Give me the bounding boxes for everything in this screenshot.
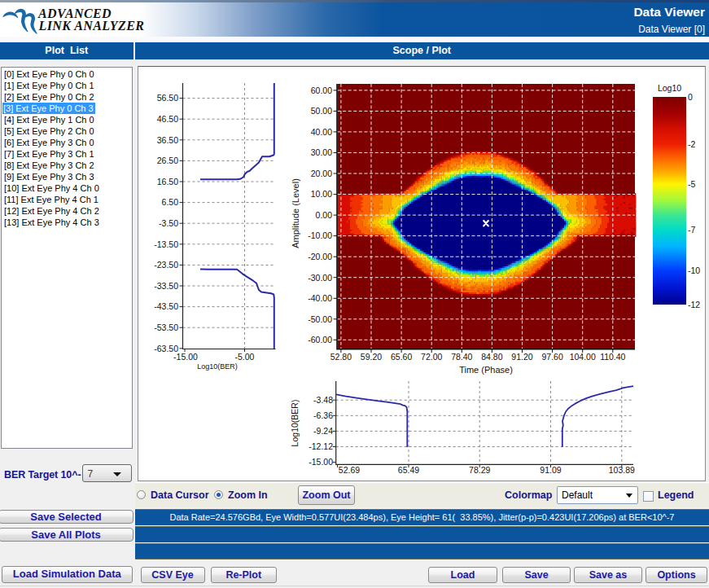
svg-text:Log10(BER): Log10(BER) (290, 400, 300, 447)
svg-text:103.89: 103.89 (609, 465, 635, 475)
svg-text:-13.50: -13.50 (154, 239, 178, 249)
svg-text:46.50: 46.50 (157, 114, 178, 124)
svg-text:-15.00: -15.00 (309, 457, 333, 467)
svg-text:-23.50: -23.50 (154, 260, 178, 270)
svg-text:91.20: 91.20 (511, 352, 532, 362)
svg-text:-3.50: -3.50 (159, 218, 178, 228)
svg-text:59.20: 59.20 (361, 352, 382, 362)
svg-text:20.00: 20.00 (311, 169, 332, 178)
svg-text:-5.00: -5.00 (235, 352, 255, 362)
svg-text:Amplitude (Level): Amplitude (Level) (291, 178, 300, 248)
svg-text:72.00: 72.00 (421, 352, 442, 362)
svg-text:-20.00: -20.00 (308, 252, 332, 261)
svg-text:26.50: 26.50 (157, 156, 178, 165)
svg-text:-60.00: -60.00 (308, 335, 332, 344)
svg-text:97.60: 97.60 (541, 352, 562, 362)
svg-text:65.60: 65.60 (391, 352, 412, 362)
svg-text:40.00: 40.00 (311, 127, 332, 137)
svg-text:78.40: 78.40 (451, 352, 472, 362)
svg-text:-10: -10 (688, 265, 700, 275)
svg-text:60.00: 60.00 (311, 86, 332, 95)
svg-text:84.80: 84.80 (481, 352, 502, 362)
svg-text:-7: -7 (688, 225, 695, 235)
svg-text:65.49: 65.49 (398, 465, 419, 475)
svg-text:Time (Phase): Time (Phase) (459, 365, 513, 375)
svg-text:0.00: 0.00 (316, 210, 333, 220)
svg-text:0: 0 (688, 92, 693, 102)
svg-text:-30.00: -30.00 (308, 273, 332, 283)
svg-text:36.50: 36.50 (157, 135, 178, 145)
svg-text:Log10(BER): Log10(BER) (197, 362, 238, 371)
svg-text:-9.24: -9.24 (313, 426, 333, 436)
svg-text:-12: -12 (688, 300, 700, 309)
svg-text:78.29: 78.29 (469, 465, 490, 475)
svg-text:16.50: 16.50 (157, 177, 178, 186)
svg-text:-33.50: -33.50 (154, 281, 178, 291)
svg-text:-2: -2 (688, 139, 695, 149)
svg-text:91.09: 91.09 (540, 465, 561, 475)
svg-text:-53.50: -53.50 (154, 323, 178, 332)
svg-text:-5: -5 (688, 179, 695, 189)
svg-text:52.69: 52.69 (339, 465, 360, 475)
svg-text:-6.36: -6.36 (313, 410, 333, 420)
svg-text:-10.00: -10.00 (308, 230, 332, 240)
svg-text:-3.48: -3.48 (313, 395, 333, 405)
svg-text:110.40: 110.40 (600, 352, 625, 362)
svg-text:50.00: 50.00 (311, 106, 332, 116)
svg-text:10.00: 10.00 (311, 189, 332, 199)
svg-text:Log10: Log10 (658, 83, 681, 93)
svg-text:104.00: 104.00 (570, 352, 596, 362)
svg-text:-15.00: -15.00 (173, 352, 198, 362)
svg-text:30.00: 30.00 (311, 147, 332, 157)
svg-text:6.50: 6.50 (162, 197, 179, 207)
svg-text:52.80: 52.80 (330, 352, 352, 362)
svg-text:-12.12: -12.12 (309, 441, 333, 451)
svg-text:-40.00: -40.00 (308, 293, 332, 303)
svg-text:56.50: 56.50 (157, 93, 178, 103)
svg-text:-43.50: -43.50 (154, 301, 178, 311)
svg-text:-50.00: -50.00 (308, 314, 332, 324)
